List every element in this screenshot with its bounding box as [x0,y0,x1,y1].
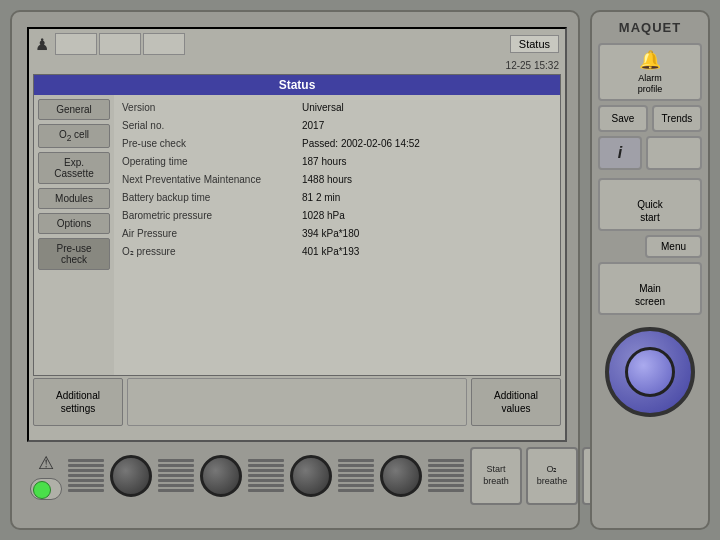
o2-breathe-button[interactable]: O₂ breathe [526,447,578,505]
alarm-row: 🔔 Alarm profile [598,43,702,101]
save-trends-row: Save Trends [598,105,702,132]
quick-start-button[interactable]: Quick start [598,178,702,231]
brand-label: MAQUET [619,20,681,35]
header-tab-1[interactable] [55,33,97,55]
screen: ♟ Status 12-25 15:32 Status General [27,27,567,442]
header-tab-3[interactable] [143,33,185,55]
knob-3[interactable] [290,455,332,497]
nav-dial[interactable] [605,327,695,417]
right-panel: MAQUET 🔔 Alarm profile Save Trends i Qui… [590,10,710,530]
warning-icon: ⚠ [38,452,54,474]
status-data-area: Version Universal Serial no. 2017 Pre-us… [114,95,560,375]
stripes-4 [338,458,374,494]
status-window: Status General O2 cell Exp. Cassette Mod… [33,74,561,376]
main-screen-button[interactable]: Main screen [598,262,702,315]
stripes-3 [248,458,284,494]
status-content: General O2 cell Exp. Cassette Modules Op… [34,95,560,375]
menu-button[interactable]: Menu [645,235,702,258]
bottom-controls-strip: ⚠ [24,433,569,518]
sidebar-item-options[interactable]: Options [38,213,110,234]
status-area: Status [510,35,559,53]
additional-values-button[interactable]: Additional values [471,378,561,426]
spacer-right [646,136,702,170]
stripes-1 [68,458,104,494]
screen-header: ♟ Status [29,29,565,59]
knob-4[interactable] [380,455,422,497]
data-row-barometric: Barometric pressure 1028 hPa [122,209,552,223]
warning-area: ⚠ [30,452,62,500]
bottom-action-bar: Additional settings Additional values [33,378,561,426]
data-row-version: Version Universal [122,101,552,115]
knob-1[interactable] [110,455,152,497]
alarm-profile-label: Alarm profile [638,73,663,95]
sidebar-item-o2cell[interactable]: O2 cell [38,124,110,148]
alarm-profile-button[interactable]: 🔔 Alarm profile [598,43,702,101]
person-icon: ♟ [35,35,49,54]
data-row-battery: Battery backup time 81 2 min [122,191,552,205]
datetime: 12-25 15:32 [29,59,565,72]
data-row-o2-pressure: O₂ pressure 401 kPa*193 [122,245,552,259]
stripes-2 [158,458,194,494]
toggle-switch[interactable] [30,478,62,500]
nav-dial-inner [625,347,675,397]
start-breath-button[interactable]: Start breath [470,447,522,505]
sidebar-item-exp-cassette[interactable]: Exp. Cassette [38,152,110,184]
nav-sidebar: General O2 cell Exp. Cassette Modules Op… [34,95,114,375]
data-row-maintenance: Next Preventative Maintenance 1488 hours [122,173,552,187]
device-body: ♟ Status 12-25 15:32 Status General [10,10,580,530]
data-row-air-pressure: Air Pressure 394 kPa*180 [122,227,552,241]
knob-2[interactable] [200,455,242,497]
status-title-bar: Status [34,75,560,95]
data-row-preuse: Pre-use check Passed: 2002-02-06 14:52 [122,137,552,151]
header-tab-2[interactable] [99,33,141,55]
additional-settings-button[interactable]: Additional settings [33,378,123,426]
data-row-operating: Operating time 187 hours [122,155,552,169]
toggle-knob [33,481,51,499]
alarm-bell-icon: 🔔 [639,49,661,71]
status-label: Status [510,35,559,53]
stripes-group-1 [68,458,104,494]
sidebar-item-general[interactable]: General [38,99,110,120]
info-row: i [598,136,702,170]
info-button[interactable]: i [598,136,642,170]
trends-button[interactable]: Trends [652,105,702,132]
header-tabs [55,33,510,55]
save-button[interactable]: Save [598,105,648,132]
sidebar-item-pre-use[interactable]: Pre-use check [38,238,110,270]
stripes-5 [428,458,464,494]
data-row-serial: Serial no. 2017 [122,119,552,133]
spacer-area [127,378,467,426]
sidebar-item-modules[interactable]: Modules [38,188,110,209]
